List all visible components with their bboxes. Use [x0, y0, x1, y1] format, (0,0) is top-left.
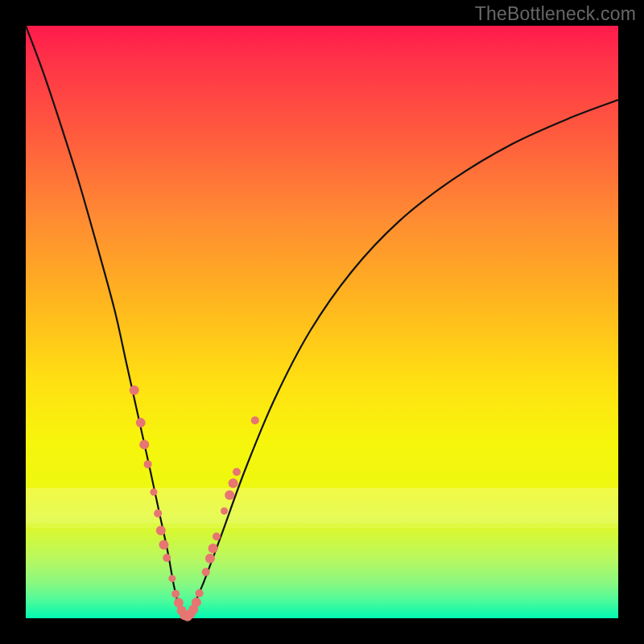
data-marker: [196, 589, 204, 597]
data-marker: [150, 489, 157, 496]
data-marker: [156, 526, 166, 535]
data-marker: [202, 568, 210, 576]
data-marker: [205, 554, 215, 564]
data-marker: [154, 510, 162, 518]
data-marker: [225, 490, 234, 500]
data-marker: [163, 554, 171, 562]
data-marker: [136, 418, 146, 427]
data-marker: [159, 540, 168, 550]
curve-svg: [26, 26, 618, 618]
data-marker: [130, 386, 139, 395]
data-marker: [208, 543, 218, 553]
data-marker: [171, 590, 180, 598]
data-marker: [229, 478, 238, 488]
watermark-label: TheBottleneck.com: [475, 3, 636, 25]
chart-container: TheBottleneck.com: [0, 0, 644, 644]
data-marker: [139, 440, 149, 449]
data-marker: [213, 532, 221, 540]
data-markers: [130, 386, 259, 621]
data-marker: [221, 507, 228, 514]
data-marker: [233, 468, 241, 476]
data-marker: [144, 460, 152, 469]
data-marker: [251, 416, 259, 424]
bottleneck-curve: [26, 26, 618, 618]
data-marker: [192, 597, 201, 607]
data-marker: [168, 575, 175, 582]
